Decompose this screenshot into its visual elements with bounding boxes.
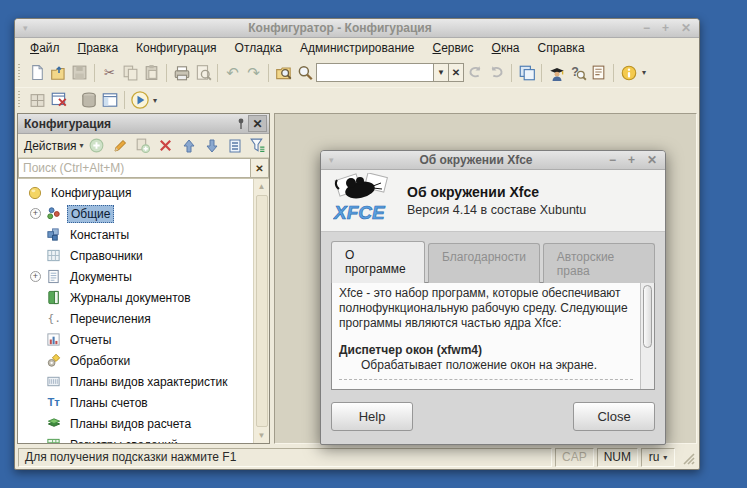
- debug-dropdown-icon[interactable]: ▾: [150, 96, 160, 105]
- tab-about[interactable]: О программе: [331, 241, 425, 283]
- tree-row[interactable]: Планы видов расчета: [18, 413, 253, 434]
- start-debugging-icon[interactable]: [129, 90, 150, 111]
- tree-scrollbar[interactable]: ▲ ▼: [253, 179, 269, 443]
- tree-row[interactable]: Регистры сведений: [18, 434, 253, 443]
- document-text-icon[interactable]: [588, 62, 609, 83]
- window-close-icon[interactable]: [48, 90, 69, 111]
- scroll-down-icon[interactable]: ▼: [254, 428, 269, 443]
- search-clear-icon[interactable]: ✕: [449, 63, 464, 82]
- tree-row[interactable]: + Общие: [18, 203, 253, 224]
- expander-icon[interactable]: +: [26, 271, 45, 282]
- close-icon[interactable]: ✕: [647, 153, 657, 167]
- window-menu-icon[interactable]: ▾: [329, 155, 343, 165]
- help-button[interactable]: Help: [331, 402, 413, 431]
- expander-icon[interactable]: +: [26, 208, 45, 219]
- global-search-input[interactable]: [316, 63, 434, 82]
- help-search-icon[interactable]: ?: [567, 62, 588, 83]
- window-panel-icon[interactable]: [99, 90, 120, 111]
- panel-header[interactable]: Конфигурация ✕: [18, 114, 269, 134]
- scroll-up-icon[interactable]: ▲: [254, 179, 269, 194]
- close-button[interactable]: Close: [573, 402, 655, 431]
- main-window-title: Конфигуратор - Конфигурация: [37, 21, 643, 35]
- minimize-icon[interactable]: −: [609, 153, 616, 167]
- document-journals-icon: [45, 290, 62, 306]
- tree-row[interactable]: Журналы документов: [18, 287, 253, 308]
- svg-text:{..}: {..}: [47, 312, 62, 325]
- menu-windows[interactable]: Окна: [483, 39, 529, 57]
- list-icon[interactable]: [225, 136, 245, 156]
- cut-icon[interactable]: ✂: [99, 62, 120, 83]
- svg-text:Тт: Тт: [47, 396, 60, 408]
- global-search-combo: ▼ ✕: [316, 63, 464, 82]
- tree-row[interactable]: Константы: [18, 224, 253, 245]
- tree-row[interactable]: {..} Перечисления: [18, 308, 253, 329]
- print-icon[interactable]: [171, 62, 192, 83]
- resize-grip[interactable]: [678, 448, 696, 466]
- menu-service[interactable]: Сервис: [423, 39, 482, 57]
- redo-icon: ↷: [243, 62, 264, 83]
- actions-dropdown-icon[interactable]: ▾: [80, 141, 84, 150]
- information-registers-icon: [45, 437, 62, 444]
- replace-forward-icon: [486, 62, 507, 83]
- syntax-check-icon[interactable]: [546, 62, 567, 83]
- info-dropdown-icon[interactable]: ▾: [639, 68, 649, 77]
- edit-icon[interactable]: [110, 136, 130, 156]
- info-icon[interactable]: [618, 62, 639, 83]
- close-icon[interactable]: ✕: [681, 21, 691, 35]
- filter-icon[interactable]: [248, 136, 268, 156]
- menu-edit[interactable]: Правка: [69, 39, 128, 57]
- panel-close-icon[interactable]: ✕: [248, 115, 267, 132]
- windows-icon[interactable]: [516, 62, 537, 83]
- tab-credits[interactable]: Благодарности: [428, 243, 540, 283]
- panel-title: Конфигурация: [24, 117, 234, 131]
- zoom-icon[interactable]: [294, 62, 315, 83]
- delete-icon[interactable]: [156, 136, 176, 156]
- documents-icon: [45, 269, 62, 285]
- enumerations-icon: {..}: [45, 311, 62, 327]
- tree-search-clear-icon[interactable]: ✕: [250, 158, 269, 178]
- database-icon[interactable]: [78, 90, 99, 111]
- maximize-icon[interactable]: +: [628, 153, 635, 167]
- menu-debug[interactable]: Отладка: [226, 39, 291, 57]
- language-selector[interactable]: ru▾: [641, 448, 675, 467]
- new-document-icon[interactable]: [27, 62, 48, 83]
- pin-icon[interactable]: [234, 118, 248, 130]
- minimize-icon[interactable]: −: [643, 21, 650, 35]
- configuration-toolbar: ▾: [15, 87, 699, 112]
- add-icon: [87, 136, 107, 156]
- find-in-folder-icon[interactable]: [273, 62, 294, 83]
- tree-row[interactable]: Планы видов характеристик: [18, 371, 253, 392]
- scrollbar-thumb[interactable]: [643, 285, 652, 348]
- tree-row[interactable]: Тт Планы счетов: [18, 392, 253, 413]
- dialog-tabs: О программе Благодарности Авторские прав…: [331, 241, 655, 283]
- tree-row[interactable]: Обработки: [18, 350, 253, 371]
- move-down-icon[interactable]: [202, 136, 222, 156]
- catalogs-icon: [45, 248, 62, 264]
- actions-button[interactable]: Действия: [21, 139, 80, 153]
- common-icon: [45, 206, 62, 222]
- toolbar-drag-handle[interactable]: [18, 64, 24, 82]
- move-up-icon[interactable]: [179, 136, 199, 156]
- maximize-icon[interactable]: +: [662, 21, 669, 35]
- toolbar-drag-handle[interactable]: [18, 91, 24, 109]
- program-description: Обрабатывает положение окон на экране.: [339, 358, 633, 373]
- window-menu-icon[interactable]: ▾: [23, 23, 37, 33]
- menu-administration[interactable]: Администрирование: [291, 39, 423, 57]
- open-icon[interactable]: [48, 62, 69, 83]
- undo-icon: ↶: [222, 62, 243, 83]
- tree-row[interactable]: Конфигурация: [18, 182, 253, 203]
- menu-help[interactable]: Справка: [528, 39, 593, 57]
- tree-row[interactable]: + Документы: [18, 266, 253, 287]
- dialog-scrollbar[interactable]: [640, 283, 654, 389]
- scrollbar-thumb[interactable]: [256, 195, 268, 427]
- tree-row[interactable]: Справочники: [18, 245, 253, 266]
- combo-dropdown-icon[interactable]: ▼: [434, 63, 449, 82]
- menu-configuration[interactable]: Конфигурация: [127, 39, 226, 57]
- menu-file[interactable]: Файл: [21, 39, 69, 57]
- main-titlebar[interactable]: ▾ Конфигуратор - Конфигурация − + ✕: [15, 19, 699, 38]
- tree-row[interactable]: Отчеты: [18, 329, 253, 350]
- calculation-plans-icon: [45, 416, 62, 432]
- tab-copyright[interactable]: Авторские права: [543, 243, 655, 283]
- dialog-titlebar[interactable]: ▾ Об окружении Xfce − + ✕: [321, 151, 665, 170]
- tree-search-input[interactable]: [18, 158, 250, 178]
